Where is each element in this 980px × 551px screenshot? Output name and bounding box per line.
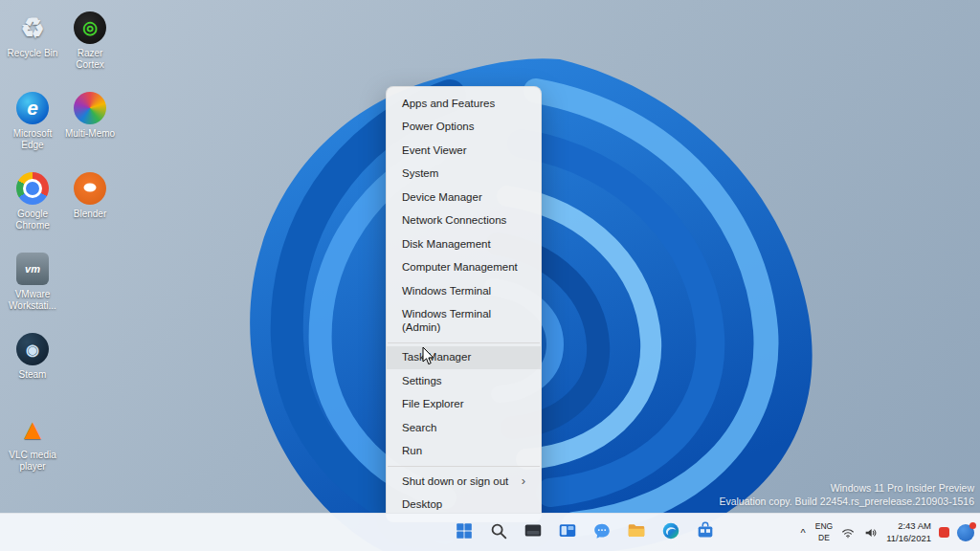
desktop-icon-grid: ♻Recycle BineMicrosoft EdgeGoogle Chrome… [4, 6, 119, 488]
menu-item-label: Search [402, 422, 436, 435]
mouse-cursor-icon [422, 346, 435, 366]
menu-item-label: Run [402, 445, 422, 458]
edge-icon [660, 520, 681, 545]
file-explorer-button[interactable] [622, 518, 651, 547]
desktop-icon-recycle-bin[interactable]: ♻Recycle Bin [4, 6, 61, 86]
menu-item-label: Windows Terminal (Admin) [402, 308, 525, 334]
taskbar: ^ ENG DE 2:43 AM 11/16/2021 [0, 513, 980, 551]
menu-item-settings[interactable]: Settings [387, 369, 541, 393]
desktop-icon-google-chrome[interactable]: Google Chrome [4, 166, 61, 247]
recycle-bin-icon: ♻ [16, 11, 49, 44]
notification-badge [969, 522, 976, 529]
tray-expand-icon[interactable]: ^ [799, 527, 808, 539]
menu-item-label: System [402, 167, 438, 181]
menu-item-label: Device Manager [402, 191, 482, 205]
blender-icon [74, 172, 106, 205]
store-button[interactable] [691, 518, 720, 547]
store-icon [695, 520, 716, 545]
desktop-icon-steam[interactable]: ◉Steam [4, 327, 61, 408]
steam-icon: ◉ [16, 333, 49, 365]
vlc-media-player-icon: ▲ [16, 413, 49, 446]
menu-item-windows-terminal[interactable]: Windows Terminal [387, 279, 541, 303]
chat-button[interactable] [588, 518, 616, 547]
taskbar-center-icons [450, 514, 720, 551]
desktop-icon-label: VMware Workstati... [5, 289, 60, 311]
menu-divider [388, 342, 540, 343]
language-indicator[interactable]: ENG DE [815, 521, 833, 542]
widgets-button[interactable] [553, 518, 582, 547]
desktop-icon-label: VLC media player [5, 450, 60, 472]
desktop-icon-label: Microsoft Edge [5, 128, 60, 150]
menu-item-network-connections[interactable]: Network Connections [387, 209, 541, 233]
menu-item-label: Settings [402, 375, 442, 388]
desktop-icon-label: Recycle Bin [8, 48, 58, 59]
menu-item-label: Computer Management [402, 261, 518, 275]
menu-item-search[interactable]: Search [387, 416, 541, 440]
notification-icon[interactable] [957, 524, 974, 541]
file-explorer-icon [626, 520, 647, 545]
task-view-icon [523, 520, 544, 545]
menu-item-event-viewer[interactable]: Event Viewer [387, 139, 541, 163]
menu-item-label: Desktop [402, 498, 442, 512]
start-button[interactable] [450, 518, 479, 547]
desktop-icon-label: Google Chrome [5, 209, 60, 231]
widgets-icon [557, 520, 578, 545]
desktop-icon-label: Razer Cortex [62, 48, 118, 70]
desktop-icon-microsoft-edge[interactable]: eMicrosoft Edge [4, 86, 61, 166]
menu-item-power-options[interactable]: Power Options [387, 116, 541, 140]
menu-item-run[interactable]: Run [387, 440, 541, 464]
menu-item-file-explorer[interactable]: File Explorer [387, 393, 541, 417]
language-line1: ENG [815, 521, 833, 532]
google-chrome-icon [16, 172, 49, 205]
menu-item-label: Event Viewer [402, 144, 467, 158]
menu-item-label: Shut down or sign out [402, 475, 508, 489]
microsoft-edge-icon: e [16, 92, 49, 124]
system-tray: ^ ENG DE 2:43 AM 11/16/2021 [799, 514, 974, 551]
menu-item-apps-and-features[interactable]: Apps and Features [387, 92, 541, 116]
menu-item-computer-management[interactable]: Computer Management [387, 256, 541, 280]
recording-indicator-icon [939, 527, 949, 538]
task-view-button[interactable] [519, 518, 547, 547]
menu-item-shut-down-or-sign-out[interactable]: Shut down or sign out› [387, 470, 541, 494]
vmware-workstation-icon: vm [16, 253, 49, 285]
desktop-icon-razer-cortex[interactable]: ◎Razer Cortex [61, 6, 119, 86]
clock-date: 11/16/2021 [886, 533, 931, 545]
desktop-icon-label: Blender [74, 209, 106, 220]
razer-cortex-icon: ◎ [74, 11, 106, 44]
desktop-icon-vlc-media-player[interactable]: ▲VLC media player [4, 408, 61, 488]
menu-item-task-manager[interactable]: Task Manager [387, 346, 541, 370]
multi-memo-icon [74, 92, 106, 124]
desktop-icon-label: Multi-Memo [65, 128, 115, 140]
clock-time: 2:43 AM [886, 520, 931, 533]
menu-item-device-manager[interactable]: Device Manager [387, 186, 541, 209]
menu-divider [388, 466, 540, 467]
menu-item-label: File Explorer [402, 398, 464, 411]
menu-item-system[interactable]: System [387, 163, 541, 187]
watermark-line1: Windows 11 Pro Insider Preview [719, 481, 974, 496]
menu-item-disk-management[interactable]: Disk Management [387, 232, 541, 256]
start-icon [454, 520, 475, 545]
desktop-icon-vmware-workstation[interactable]: vmVMware Workstati... [4, 247, 61, 327]
menu-item-label: Task Manager [402, 351, 471, 364]
volume-icon[interactable] [863, 525, 879, 540]
watermark-line2: Evaluation copy. Build 22454.rs_prerelea… [719, 495, 974, 509]
menu-item-label: Power Options [402, 121, 474, 134]
menu-item-label: Disk Management [402, 238, 491, 252]
start-context-menu: Apps and FeaturesPower OptionsEvent View… [386, 86, 542, 522]
language-line2: DE [815, 533, 833, 543]
submenu-chevron-icon: › [522, 476, 525, 486]
menu-item-label: Apps and Features [402, 98, 495, 111]
chat-icon [591, 520, 612, 545]
desktop-icon-blender[interactable]: Blender [61, 166, 119, 247]
desktop-icon-label: Steam [19, 369, 47, 381]
search-button[interactable] [484, 518, 513, 547]
clock[interactable]: 2:43 AM 11/16/2021 [886, 520, 931, 545]
network-icon[interactable] [840, 525, 856, 540]
desktop-icon-multi-memo[interactable]: Multi-Memo [61, 86, 119, 166]
search-icon [488, 520, 509, 545]
menu-item-windows-terminal-admin[interactable]: Windows Terminal (Admin) [387, 303, 541, 340]
evaluation-watermark: Windows 11 Pro Insider Preview Evaluatio… [719, 481, 974, 509]
menu-item-label: Network Connections [402, 214, 506, 228]
edge-button[interactable] [657, 518, 685, 547]
menu-item-label: Windows Terminal [402, 285, 491, 298]
